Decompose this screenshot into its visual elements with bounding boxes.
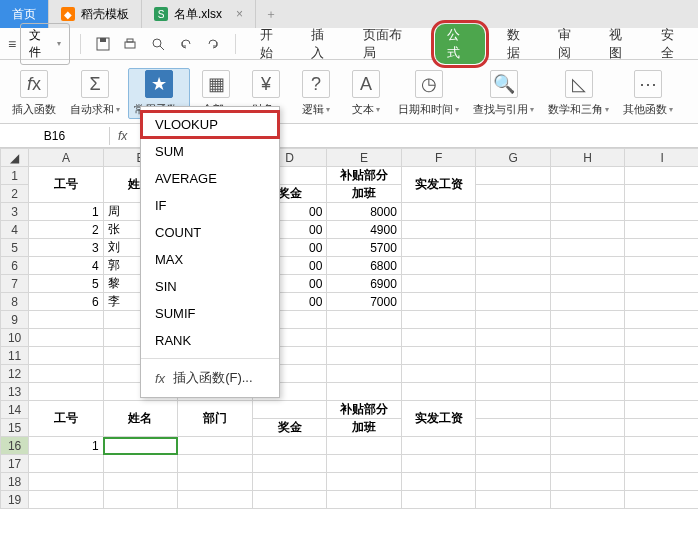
cell[interactable] [401,275,476,293]
cell[interactable] [550,257,625,275]
cell[interactable] [401,383,476,401]
cell[interactable] [476,329,551,347]
cell[interactable] [625,311,698,329]
cell[interactable] [29,365,104,383]
cell[interactable] [327,491,402,509]
row-header[interactable]: 13 [1,383,29,401]
cell[interactable] [29,347,104,365]
menu-item-sumif[interactable]: SUMIF [141,300,279,327]
menu-item-if[interactable]: IF [141,192,279,219]
save-icon[interactable] [91,32,115,56]
cell[interactable] [476,383,551,401]
cell[interactable] [476,221,551,239]
cell[interactable]: 5 [29,275,104,293]
cell[interactable] [625,347,698,365]
cell[interactable] [476,473,551,491]
cell[interactable] [550,329,625,347]
cell[interactable] [476,437,551,455]
cell[interactable] [401,437,476,455]
col-header[interactable]: I [625,149,698,167]
cell[interactable]: 2 [29,221,104,239]
cell[interactable] [550,383,625,401]
row-header[interactable]: 4 [1,221,29,239]
cell[interactable] [550,473,625,491]
cell[interactable]: 6900 [327,275,402,293]
cell[interactable] [327,437,402,455]
cell[interactable] [476,203,551,221]
cell[interactable] [476,365,551,383]
row-header[interactable]: 15 [1,419,29,437]
cell[interactable] [327,329,402,347]
menu-item-rank[interactable]: RANK [141,327,279,354]
cell[interactable] [401,311,476,329]
row-header[interactable]: 17 [1,455,29,473]
row-header[interactable]: 5 [1,239,29,257]
row-header[interactable]: 16 [1,437,29,455]
cell[interactable] [550,311,625,329]
cell[interactable] [625,293,698,311]
menu-item-count[interactable]: COUNT [141,219,279,246]
tab-formula[interactable]: 公式 [435,24,484,64]
undo-icon[interactable] [174,32,198,56]
cell[interactable] [29,455,104,473]
cell[interactable] [550,491,625,509]
cell[interactable] [625,275,698,293]
cell[interactable] [550,293,625,311]
cell[interactable] [178,473,253,491]
cell[interactable]: 7000 [327,293,402,311]
cell[interactable] [476,401,551,419]
fx-icon[interactable]: fx [110,129,135,143]
cell[interactable] [401,257,476,275]
cell[interactable] [550,185,625,203]
close-icon[interactable]: × [236,7,243,21]
print-icon[interactable] [118,32,142,56]
cell[interactable] [550,275,625,293]
cell[interactable]: 3 [29,239,104,257]
cell[interactable] [252,437,327,455]
cell[interactable]: 4 [29,257,104,275]
cell[interactable] [252,401,327,419]
cell[interactable] [625,167,698,185]
cell[interactable] [476,257,551,275]
cell[interactable] [476,275,551,293]
cell[interactable] [550,221,625,239]
active-cell[interactable] [103,437,178,455]
cell[interactable] [401,329,476,347]
cell[interactable] [327,473,402,491]
cell[interactable] [327,347,402,365]
tab-start[interactable]: 开始 [256,23,289,65]
cell[interactable] [625,329,698,347]
cell[interactable] [476,185,551,203]
cell[interactable] [327,455,402,473]
row-header[interactable]: 8 [1,293,29,311]
text-button[interactable]: A 文本▾ [342,68,390,119]
cell[interactable]: 加班 [327,419,402,437]
cell[interactable] [625,419,698,437]
cell[interactable] [178,491,253,509]
cell[interactable]: 补贴部分 [327,167,402,185]
col-header[interactable]: E [327,149,402,167]
cell[interactable] [29,491,104,509]
tab-layout[interactable]: 页面布局 [359,23,418,65]
cell[interactable] [625,239,698,257]
cell[interactable] [401,491,476,509]
cell[interactable] [252,491,327,509]
cell[interactable] [103,455,178,473]
row-header[interactable]: 19 [1,491,29,509]
cell[interactable]: 实发工资 [401,167,476,203]
preview-icon[interactable] [146,32,170,56]
cell[interactable] [401,455,476,473]
row-header[interactable]: 6 [1,257,29,275]
cell[interactable] [401,221,476,239]
cell[interactable] [103,491,178,509]
cell[interactable] [401,239,476,257]
cell[interactable] [476,491,551,509]
insert-function-button[interactable]: fx 插入函数 [6,68,62,119]
cell[interactable]: 部门 [178,401,253,437]
row-header[interactable]: 1 [1,167,29,185]
menu-item-sum[interactable]: SUM [141,138,279,165]
cell[interactable] [625,221,698,239]
cell[interactable] [550,347,625,365]
row-header[interactable]: 3 [1,203,29,221]
cell[interactable] [178,437,253,455]
